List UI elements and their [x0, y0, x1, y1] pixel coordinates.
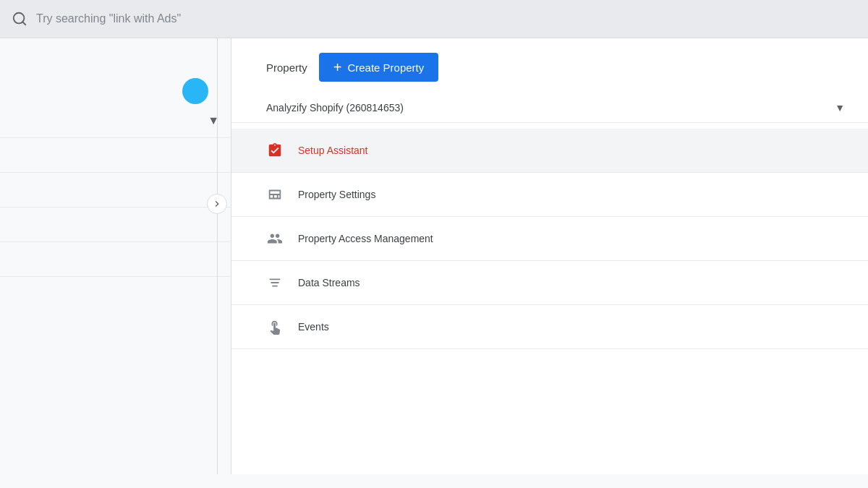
left-nav-item-1[interactable]: ▼ — [0, 103, 231, 138]
left-sidebar: ▼ — [0, 38, 231, 474]
menu-item-property-settings[interactable]: Property Settings — [231, 173, 868, 217]
main-area: ▼ Property + Create Property An — [0, 38, 868, 474]
menu-item-setup-assistant[interactable]: Setup Assistant — [231, 129, 868, 173]
svg-line-1 — [22, 22, 25, 25]
left-nav-rows: ▼ — [0, 103, 231, 277]
property-settings-label: Property Settings — [298, 189, 375, 200]
people-icon — [266, 230, 284, 247]
search-bar[interactable]: Try searching "link with Ads" — [12, 11, 749, 27]
property-access-label: Property Access Management — [298, 233, 433, 244]
property-selector[interactable]: Analyzify Shopify (260814653) ▼ — [231, 93, 868, 123]
property-settings-icon — [266, 186, 284, 203]
left-nav-item-3 — [0, 173, 231, 207]
search-placeholder-text: Try searching "link with Ads" — [36, 12, 181, 25]
property-label: Property — [266, 61, 307, 74]
left-nav-item-2 — [0, 138, 231, 173]
menu-item-events[interactable]: Events — [231, 305, 868, 349]
left-nav-item-5 — [0, 242, 231, 277]
property-dropdown-icon: ▼ — [835, 102, 845, 114]
vertical-divider — [217, 38, 218, 474]
events-label: Events — [298, 321, 329, 333]
menu-item-data-streams[interactable]: Data Streams — [231, 261, 868, 305]
data-streams-icon — [266, 274, 284, 291]
left-nav-item-4 — [0, 207, 231, 242]
search-icon — [12, 11, 27, 27]
selected-property-text: Analyzify Shopify (260814653) — [266, 102, 404, 114]
menu-item-property-access[interactable]: Property Access Management — [231, 217, 868, 261]
touch-icon — [266, 318, 284, 335]
setup-assistant-label: Setup Assistant — [298, 145, 368, 156]
right-content: Property + Create Property Analyzify Sho… — [231, 38, 868, 474]
search-area[interactable]: Try searching "link with Ads" — [0, 0, 868, 38]
create-property-button[interactable]: + Create Property — [319, 53, 439, 82]
property-header: Property + Create Property — [231, 38, 868, 93]
nav-expand-button[interactable] — [207, 194, 227, 214]
clipboard-check-icon — [266, 142, 284, 159]
data-streams-label: Data Streams — [298, 277, 360, 288]
create-property-label: Create Property — [347, 61, 424, 74]
plus-icon: + — [333, 60, 342, 74]
avatar — [182, 78, 208, 104]
